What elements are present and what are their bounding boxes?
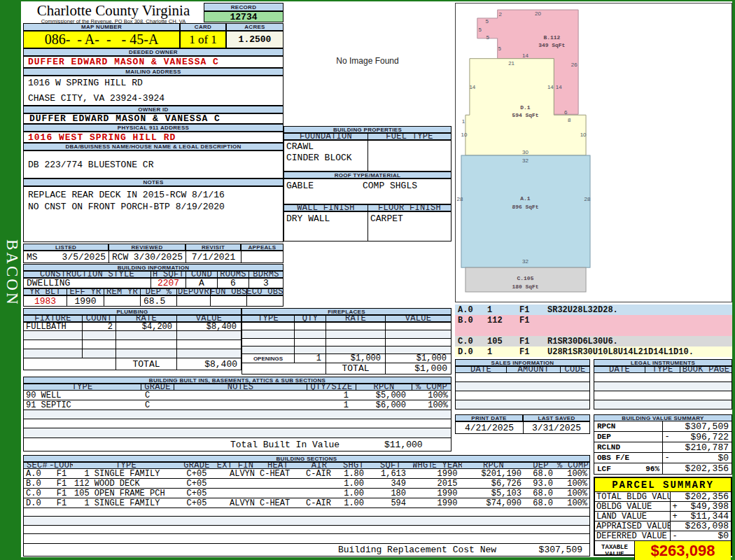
mailing-line1: 1016 W SPRING HILL RD [28, 78, 143, 88]
column-header: YR BLT [24, 289, 66, 295]
roof-values: GABLE COMP SHGLS [284, 178, 451, 204]
fuel-type-value [368, 141, 451, 171]
plumbing-header: FIXTURE COUNT RATE VALUE [23, 315, 241, 322]
column-header: WHGT [413, 463, 433, 468]
building-section-row: A.0F1 1 SINGLE FAMILYC+05ALVYNC-HEATC-AI… [23, 469, 590, 479]
parcel-value: $263,098 [679, 522, 731, 531]
bvs-row: RCLND $210,787 [594, 442, 732, 453]
cell: 1 [307, 391, 356, 400]
cell: 1990 [433, 489, 462, 498]
cell: 68.0 [525, 469, 556, 478]
deeded-owner-value: DUFFER EDWARD MASON & VANESSA C [23, 56, 284, 68]
parcel-summary-row: LAND VALUE + $11,344 [595, 512, 731, 522]
sketch-shape-a [461, 155, 590, 267]
economic-obs [246, 296, 283, 306]
sketch-dim: 28 [584, 196, 591, 202]
building-properties-title: BUILDING PROPERTIES [284, 126, 451, 133]
cell: C-AIR [300, 498, 339, 507]
cell: 1 [294, 354, 326, 363]
cell [413, 479, 433, 488]
record-label: RECORD [204, 3, 284, 11]
cell: 1.00 [339, 498, 368, 507]
column-header: VALUE [385, 316, 451, 321]
taxable-label-line1: TAXABLE [601, 544, 628, 551]
cell: $6,726 [462, 479, 525, 488]
cell: F1 [50, 469, 73, 478]
plumbing-total-label: TOTAL [115, 358, 176, 370]
built-ins-total-value: $11,000 [384, 438, 451, 451]
cell: 2 [82, 323, 115, 330]
notes-line1: REPLACE REAR DECK IN 2015-RCW 8/1/16 [28, 189, 225, 201]
bvs-label: LCF [597, 465, 611, 473]
cell: ALVYN [214, 469, 256, 478]
foundation-value: CRAWL CINDER BLOCK [284, 141, 368, 171]
effective-year: 1990 [66, 296, 104, 306]
column-header: AIR [300, 463, 339, 468]
building-sections-title: BUILDING SECTIONS [23, 455, 590, 462]
fireplaces-empty-row [241, 339, 451, 346]
column-header: REM YR [104, 289, 140, 295]
fireplaces-empty-row [241, 346, 451, 354]
building-properties-header2: WALL FINISH FLOOR FINISH [284, 204, 451, 211]
column-header: TYPE [73, 463, 179, 468]
legend-sec: D.0 [455, 346, 487, 357]
cell: ALVYN [214, 498, 256, 507]
column-header: AMOUNT [506, 367, 560, 372]
replacement-cost-value: $307,509 [530, 544, 589, 556]
record-value: 12734 [204, 11, 284, 22]
reviewed-value: RCW 3/30/2025 [108, 251, 186, 262]
building-properties-values2: DRY WALL CARPET [284, 211, 451, 241]
last-saved-value: 3/31/2025 [523, 422, 589, 433]
fireplaces-title: FIREPLACES [241, 308, 451, 315]
parcel-sign: - [671, 531, 679, 540]
cell: 1990 [433, 498, 462, 507]
cell: 1990 [433, 469, 462, 478]
sketch-section-label: C.105 [517, 275, 534, 281]
sketch-dim: 5 [479, 27, 482, 33]
acres-label: ACRES [226, 23, 284, 31]
bedrooms: 3 [248, 279, 283, 288]
sketch-dim: 5 [486, 18, 489, 24]
cell [174, 391, 307, 400]
taxable-label-line2: VALUE [605, 551, 624, 558]
parcel-sign: + [671, 512, 679, 521]
cell: $201,190 [462, 469, 525, 478]
reviewed-by: RCW [112, 252, 128, 262]
parcel-summary-row: TOTAL BLDG VALUE $202,356 [595, 492, 731, 502]
cell: 100% [556, 479, 589, 488]
review-values-row: MS 3/5/2025 RCW 3/30/2025 7/1/2021 [23, 251, 284, 263]
notes-label: NOTES [23, 178, 284, 186]
plumbing-total-row: TOTAL $8,400 [23, 358, 241, 370]
legal-empty-row [594, 373, 732, 382]
column-header: FLOOR FINISH [368, 205, 451, 211]
sketch-dim: 1 [462, 118, 465, 125]
cell: C+05 [179, 479, 214, 488]
built-ins-title: BUILDING BUILT INS, BASEMENTS, ATTICS & … [23, 377, 451, 384]
parcel-label: OBLDG VALUE [595, 502, 671, 511]
cell: 2015 [433, 479, 462, 488]
openings-label: OPENINGS [242, 354, 294, 363]
construction-style: DWELLING [24, 279, 150, 288]
legend-sec: A.0 [455, 304, 487, 315]
plumbing-empty-row [23, 349, 241, 358]
column-header: SEC# [24, 463, 50, 468]
cell: 100% [556, 469, 589, 478]
cell [174, 400, 307, 410]
column-header: DATE [594, 367, 645, 372]
column-header: % COMP [412, 384, 451, 390]
sketch-dim: 32 [522, 258, 528, 265]
sketch-dim: 2 [498, 11, 502, 18]
column-header: CODE [560, 367, 589, 372]
bvs-row: RPCN $307,509 [594, 421, 732, 432]
sketch-dim: 26 [571, 62, 578, 68]
remodel-year [104, 296, 140, 306]
legend-sec: C.0 [455, 336, 487, 346]
card-label: CARD [180, 23, 226, 31]
parcel-summary-panel: PARCEL SUMMARY TOTAL BLDG VALUE $202,356… [594, 477, 732, 556]
physical-address-label: PHYSICAL 911 ADDRESS [23, 124, 284, 132]
roof-type-value: GABLE [284, 179, 363, 204]
no-image-placeholder: No Image Found [284, 56, 451, 66]
legend-code: 1 [487, 346, 519, 357]
built-ins-total-label: Total Built In Value [230, 438, 384, 451]
parcel-label: LAND VALUE [595, 512, 671, 521]
